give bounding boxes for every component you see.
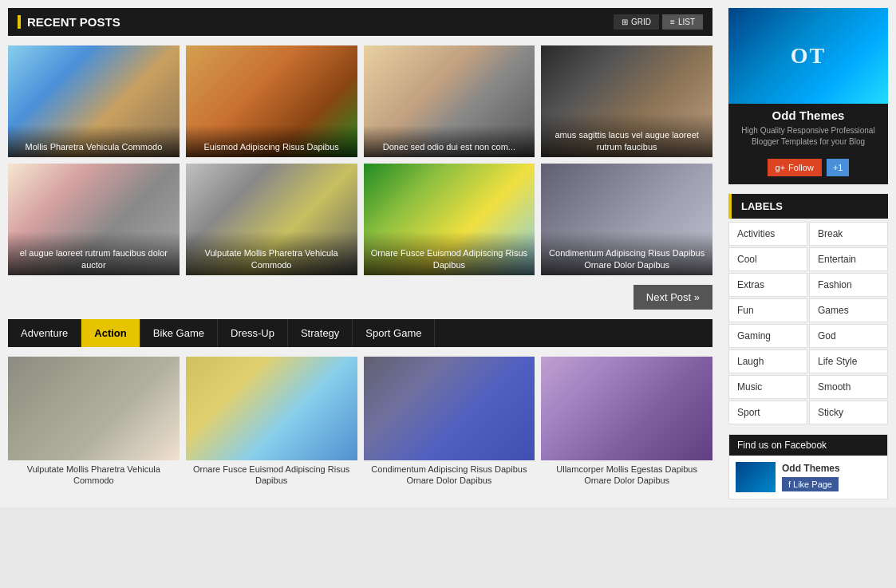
post-card[interactable]: el augue laoreet rutrum faucibus dolor a… (8, 164, 180, 275)
label-fashion[interactable]: Fashion (809, 273, 888, 297)
label-laugh[interactable]: Laugh (728, 349, 807, 373)
post-title: Condimentum Adipiscing Risus Dapibus Orn… (547, 247, 706, 270)
bottom-post-title: Ullamcorper Mollis Egestas Dapibus Ornar… (541, 460, 712, 490)
list-view-button[interactable]: ≡ LIST (662, 14, 703, 30)
post-card[interactable]: Donec sed odio dui est non com... (364, 45, 535, 157)
facebook-content: Odd Themes f Like Page (729, 456, 887, 499)
promo-logo: OT (791, 43, 826, 69)
post-title: Vulputate Mollis Pharetra Vehicula Commo… (192, 247, 351, 270)
bottom-post-card[interactable]: Vulputate Mollis Pharetra Vehicula Commo… (8, 357, 180, 490)
tab-dress-up[interactable]: Dress-Up (218, 319, 288, 347)
label-smooth[interactable]: Smooth (809, 375, 888, 399)
follow-label: Follow (788, 163, 814, 172)
promo-image: OT (728, 8, 888, 104)
label-gaming[interactable]: Gaming (728, 324, 807, 348)
posts-grid: Mollis Pharetra Vehicula Commodo Euismod… (8, 45, 712, 275)
tabs-bar: Adventure Action Bike Game Dress-Up Stra… (8, 319, 712, 347)
next-post-wrapper: Next Post » (8, 285, 712, 310)
facebook-icon: f (788, 479, 791, 489)
bottom-post-title: Vulputate Mollis Pharetra Vehicula Commo… (8, 460, 180, 490)
facebook-header: Find us on Facebook (729, 435, 887, 456)
next-post-button[interactable]: Next Post » (634, 285, 712, 310)
post-title: Euismod Adipiscing Risus Dapibus (192, 141, 351, 152)
like-label: Like Page (793, 479, 832, 489)
main-content: Recent Posts ⊞ GRID ≡ LIST Mollis Pharet… (0, 0, 720, 507)
bottom-post-card[interactable]: Ullamcorper Mollis Egestas Dapibus Ornar… (541, 357, 712, 490)
labels-grid: Activities Break Cool Entertain Extras F… (728, 222, 888, 424)
label-extras[interactable]: Extras (728, 273, 807, 297)
post-card[interactable]: Mollis Pharetra Vehicula Commodo (8, 45, 180, 157)
list-label: LIST (678, 18, 695, 26)
post-title: Donec sed odio dui est non com... (370, 141, 529, 152)
promo-name: Odd Themes (728, 104, 888, 124)
facebook-section: Find us on Facebook Odd Themes f Like Pa… (728, 434, 888, 499)
bottom-posts-grid: Vulputate Mollis Pharetra Vehicula Commo… (8, 357, 712, 490)
label-sport[interactable]: Sport (728, 401, 807, 424)
list-icon: ≡ (670, 18, 675, 26)
post-card[interactable]: Vulputate Mollis Pharetra Vehicula Commo… (186, 164, 357, 275)
tab-adventure[interactable]: Adventure (8, 319, 81, 347)
post-title: amus sagittis lacus vel augue laoreet ru… (547, 129, 706, 152)
labels-header: LABELS (728, 194, 888, 219)
label-sticky[interactable]: Sticky (809, 401, 888, 424)
post-title: el augue laoreet rutrum faucibus dolor a… (14, 247, 173, 270)
label-fun[interactable]: Fun (728, 298, 807, 322)
label-break[interactable]: Break (809, 222, 888, 246)
post-title: Ornare Fusce Euismod Adipiscing Risus Da… (370, 247, 529, 270)
post-card[interactable]: Condimentum Adipiscing Risus Dapibus Orn… (541, 164, 712, 275)
label-games[interactable]: Games (809, 298, 888, 322)
facebook-thumbnail (736, 462, 776, 492)
facebook-info: Odd Themes f Like Page (782, 463, 840, 491)
post-title: Mollis Pharetra Vehicula Commodo (14, 141, 173, 152)
label-lifestyle[interactable]: Life Style (809, 349, 888, 373)
grid-view-button[interactable]: ⊞ GRID (614, 14, 659, 30)
recent-posts-title: Recent Posts (18, 15, 120, 29)
labels-section: LABELS Activities Break Cool Entertain E… (728, 194, 888, 424)
label-cool[interactable]: Cool (728, 247, 807, 271)
view-toggles: ⊞ GRID ≡ LIST (614, 14, 703, 30)
facebook-page-name: Odd Themes (782, 463, 840, 474)
sidebar-promo: OT Odd Themes High Quality Responsive Pr… (728, 8, 888, 184)
label-entertain[interactable]: Entertain (809, 247, 888, 271)
grid-label: GRID (631, 18, 651, 26)
promo-description: High Quality Responsive Professional Blo… (728, 124, 888, 154)
bottom-post-card[interactable]: Ornare Fusce Euismod Adipiscing Risus Da… (186, 357, 357, 490)
facebook-like-button[interactable]: f Like Page (782, 477, 839, 491)
promo-actions: g+ Follow +1 (728, 154, 888, 184)
follow-button[interactable]: g+ Follow (768, 159, 822, 176)
recent-posts-header: Recent Posts ⊞ GRID ≡ LIST (8, 8, 712, 36)
gplus-icon: g+ (776, 163, 786, 172)
label-music[interactable]: Music (728, 375, 807, 399)
tab-strategy[interactable]: Strategy (288, 319, 353, 347)
tab-bike-game[interactable]: Bike Game (140, 319, 218, 347)
bottom-post-title: Ornare Fusce Euismod Adipiscing Risus Da… (186, 460, 357, 490)
label-activities[interactable]: Activities (728, 222, 807, 246)
post-card[interactable]: Ornare Fusce Euismod Adipiscing Risus Da… (364, 164, 535, 275)
post-card[interactable]: amus sagittis lacus vel augue laoreet ru… (541, 45, 712, 157)
bottom-post-title: Condimentum Adipiscing Risus Dapibus Orn… (364, 460, 535, 490)
plus-one-button[interactable]: +1 (827, 159, 850, 176)
label-god[interactable]: God (809, 324, 888, 348)
tab-action[interactable]: Action (81, 319, 140, 347)
tab-sport-game[interactable]: Sport Game (353, 319, 435, 347)
sidebar: OT Odd Themes High Quality Responsive Pr… (720, 0, 896, 507)
post-card[interactable]: Euismod Adipiscing Risus Dapibus (186, 45, 357, 157)
grid-icon: ⊞ (622, 18, 628, 26)
bottom-post-card[interactable]: Condimentum Adipiscing Risus Dapibus Orn… (364, 357, 535, 490)
